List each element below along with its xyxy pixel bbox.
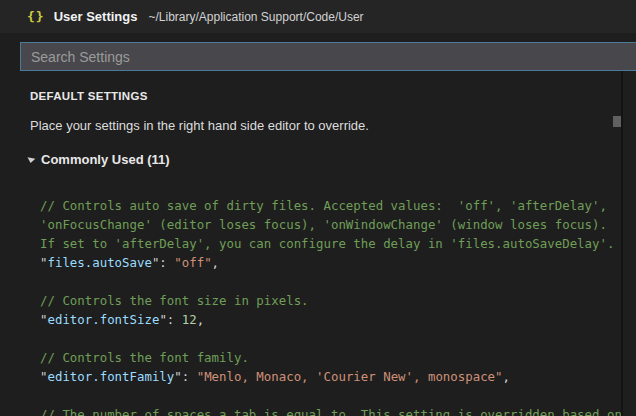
- page-title: User Settings: [54, 9, 138, 24]
- override-hint-text: Place your settings in the right hand si…: [30, 118, 369, 133]
- code-line: // Controls auto save of dirty files. Ac…: [40, 196, 622, 215]
- code-line: "editor.fontSize": 12,: [40, 310, 622, 329]
- code-line: "editor.fontFamily": "Menlo, Monaco, 'Co…: [40, 367, 622, 386]
- editor-split-divider: [621, 71, 623, 416]
- code-line: [40, 272, 622, 291]
- code-block[interactable]: // Controls auto save of dirty files. Ac…: [40, 196, 622, 416]
- editor-tab-header[interactable]: {} User Settings ~/Library/Application S…: [0, 0, 636, 33]
- code-line: "files.autoSave": "off",: [40, 253, 622, 272]
- commonly-used-section-header[interactable]: Commonly Used (11): [27, 152, 170, 167]
- code-line: // The number of spaces a tab is equal t…: [40, 405, 622, 416]
- code-line: // Controls the font family.: [40, 348, 622, 367]
- code-line: 'onFocusChange' (editor loses focus), 'o…: [40, 215, 622, 234]
- settings-file-path: ~/Library/Application Support/Code/User: [148, 10, 363, 24]
- json-braces-icon: {}: [27, 9, 45, 24]
- vertical-scrollbar-thumb[interactable]: [613, 116, 621, 127]
- code-line: // Controls the font size in pixels.: [40, 291, 622, 310]
- commonly-used-label: Commonly Used (11): [41, 152, 170, 167]
- code-line: If set to 'afterDelay', you can configur…: [40, 234, 622, 253]
- default-settings-label: DEFAULT SETTINGS: [30, 90, 148, 102]
- code-line: [40, 329, 622, 348]
- code-line: [40, 386, 622, 405]
- chevron-down-icon[interactable]: [27, 157, 36, 163]
- search-settings-input[interactable]: [20, 42, 636, 71]
